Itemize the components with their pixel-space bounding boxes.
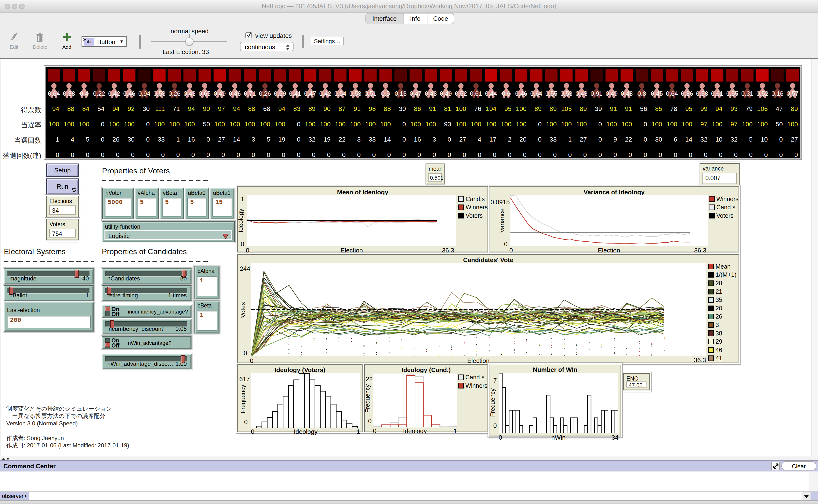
svg-text:106: 106 bbox=[757, 105, 768, 112]
svg-text:39: 39 bbox=[595, 105, 602, 112]
svg-text:4: 4 bbox=[478, 136, 481, 143]
svg-text:68: 68 bbox=[263, 105, 270, 112]
svg-text:94: 94 bbox=[112, 105, 119, 112]
svg-text:0: 0 bbox=[538, 136, 542, 143]
svg-text:0: 0 bbox=[704, 151, 708, 158]
svg-text:0.64: 0.64 bbox=[48, 90, 60, 97]
svg-text:100: 100 bbox=[682, 120, 692, 128]
svg-text:14: 14 bbox=[685, 136, 692, 143]
svg-text:0: 0 bbox=[779, 151, 783, 158]
svg-text:10: 10 bbox=[715, 136, 722, 143]
svg-text:100: 100 bbox=[561, 120, 572, 128]
svg-text:0: 0 bbox=[508, 151, 512, 158]
svg-text:0: 0 bbox=[402, 136, 406, 143]
svg-text:0: 0 bbox=[282, 151, 285, 158]
svg-text:0: 0 bbox=[644, 151, 647, 158]
svg-text:0: 0 bbox=[583, 151, 587, 158]
svg-text:0: 0 bbox=[538, 151, 542, 158]
svg-text:0.46: 0.46 bbox=[515, 90, 527, 97]
svg-text:27: 27 bbox=[459, 136, 466, 143]
svg-text:0.64: 0.64 bbox=[530, 90, 542, 97]
svg-text:0: 0 bbox=[252, 151, 255, 158]
svg-text:0: 0 bbox=[719, 151, 722, 158]
svg-text:100: 100 bbox=[275, 120, 285, 128]
svg-text:1: 1 bbox=[176, 136, 180, 143]
svg-text:0: 0 bbox=[402, 151, 406, 158]
svg-text:30: 30 bbox=[399, 105, 406, 112]
svg-text:0: 0 bbox=[161, 151, 165, 158]
svg-text:16: 16 bbox=[414, 136, 421, 143]
svg-text:0: 0 bbox=[448, 151, 451, 158]
svg-text:100: 100 bbox=[501, 120, 511, 128]
svg-text:94: 94 bbox=[52, 105, 59, 112]
svg-text:0.8: 0.8 bbox=[638, 90, 646, 97]
svg-text:100: 100 bbox=[787, 120, 798, 128]
svg-text:84: 84 bbox=[82, 105, 89, 112]
svg-text:99: 99 bbox=[700, 105, 707, 112]
svg-text:0.58: 0.58 bbox=[696, 90, 708, 97]
svg-text:27: 27 bbox=[580, 136, 587, 143]
svg-text:26: 26 bbox=[112, 136, 119, 143]
svg-text:0: 0 bbox=[674, 151, 677, 158]
svg-text:100: 100 bbox=[79, 120, 89, 128]
svg-text:0.49: 0.49 bbox=[440, 90, 452, 97]
svg-text:19: 19 bbox=[278, 136, 285, 143]
svg-text:0.46: 0.46 bbox=[229, 90, 241, 97]
svg-text:91: 91 bbox=[429, 105, 436, 112]
svg-text:100: 100 bbox=[742, 120, 753, 128]
svg-text:0.41: 0.41 bbox=[289, 90, 301, 97]
svg-text:0: 0 bbox=[387, 151, 391, 158]
svg-text:0: 0 bbox=[191, 151, 195, 158]
svg-text:0: 0 bbox=[794, 151, 798, 158]
svg-text:0: 0 bbox=[101, 151, 104, 158]
svg-text:0.48: 0.48 bbox=[621, 90, 633, 97]
svg-text:100: 100 bbox=[365, 120, 376, 128]
svg-text:0: 0 bbox=[206, 136, 210, 143]
svg-text:20: 20 bbox=[519, 136, 526, 143]
svg-text:0: 0 bbox=[644, 136, 647, 143]
svg-text:100: 100 bbox=[471, 120, 481, 128]
svg-text:0.42: 0.42 bbox=[319, 90, 331, 97]
svg-text:0.57: 0.57 bbox=[787, 90, 799, 97]
svg-text:76: 76 bbox=[474, 105, 481, 112]
svg-text:93: 93 bbox=[730, 105, 737, 112]
svg-text:0.55: 0.55 bbox=[545, 90, 557, 97]
svg-text:0: 0 bbox=[644, 120, 647, 128]
svg-text:0.55: 0.55 bbox=[726, 90, 738, 97]
svg-text:78: 78 bbox=[670, 105, 677, 112]
svg-text:0.52: 0.52 bbox=[756, 90, 769, 97]
svg-text:100: 100 bbox=[456, 105, 466, 112]
svg-text:92: 92 bbox=[128, 105, 135, 112]
svg-text:27: 27 bbox=[218, 136, 225, 143]
svg-text:91: 91 bbox=[610, 105, 617, 112]
svg-text:0.26: 0.26 bbox=[169, 90, 181, 97]
svg-text:94: 94 bbox=[188, 105, 195, 112]
svg-text:87: 87 bbox=[338, 105, 345, 112]
svg-text:0: 0 bbox=[749, 151, 753, 158]
svg-text:0: 0 bbox=[463, 151, 466, 158]
svg-text:19: 19 bbox=[323, 136, 330, 143]
svg-text:0.43: 0.43 bbox=[425, 90, 437, 97]
svg-text:0.61: 0.61 bbox=[470, 90, 482, 97]
svg-text:0.42: 0.42 bbox=[108, 90, 120, 97]
svg-text:0: 0 bbox=[734, 151, 738, 158]
svg-text:89: 89 bbox=[308, 105, 315, 112]
svg-text:0: 0 bbox=[613, 151, 617, 158]
svg-text:100: 100 bbox=[486, 120, 496, 128]
svg-text:50: 50 bbox=[776, 120, 783, 128]
svg-text:83: 83 bbox=[293, 105, 300, 112]
svg-text:0: 0 bbox=[297, 120, 301, 128]
svg-text:16: 16 bbox=[188, 136, 195, 143]
svg-text:0.46: 0.46 bbox=[123, 90, 135, 97]
svg-text:100: 100 bbox=[305, 120, 316, 128]
svg-text:0: 0 bbox=[146, 151, 150, 158]
svg-text:100: 100 bbox=[667, 120, 677, 128]
svg-text:100: 100 bbox=[335, 120, 346, 128]
svg-text:0: 0 bbox=[779, 136, 783, 143]
svg-text:88: 88 bbox=[248, 105, 255, 112]
svg-text:0: 0 bbox=[433, 151, 436, 158]
svg-text:88: 88 bbox=[384, 105, 391, 112]
svg-text:0.13: 0.13 bbox=[395, 90, 407, 97]
svg-text:0: 0 bbox=[297, 136, 301, 143]
svg-text:100: 100 bbox=[214, 120, 225, 128]
